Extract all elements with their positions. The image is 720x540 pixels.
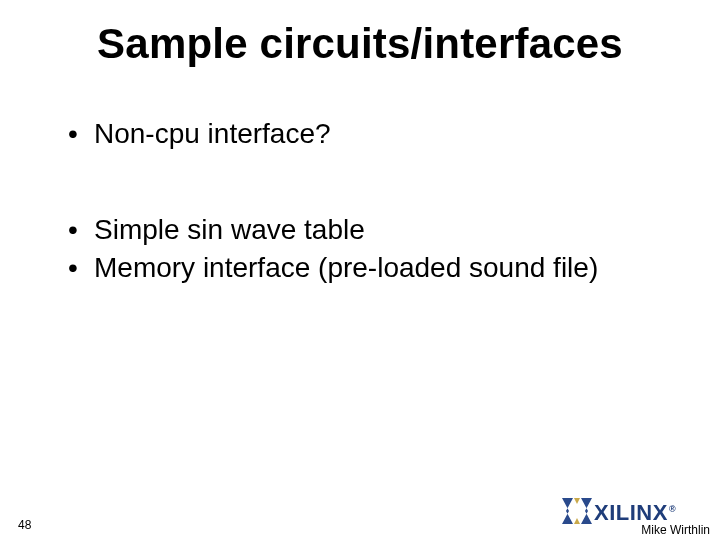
svg-marker-0 [562,498,573,524]
slide-body: Non-cpu interface? Simple sin wave table… [68,118,680,291]
bullet-list-1: Non-cpu interface? [68,118,680,150]
bullet-group-gap [68,156,680,214]
bullet-item: Memory interface (pre-loaded sound file) [68,252,680,284]
bullet-item: Non-cpu interface? [68,118,680,150]
page-number: 48 [18,518,31,532]
xilinx-logo: XILINX® [562,498,712,524]
author-name: Mike Wirthlin [641,523,710,537]
xilinx-logo-text: XILINX® [594,496,676,526]
bullet-item: Simple sin wave table [68,214,680,246]
svg-marker-1 [581,498,592,524]
bullet-list-2: Simple sin wave table Memory interface (… [68,214,680,284]
svg-marker-2 [574,498,580,504]
registered-mark: ® [669,504,676,514]
slide: Sample circuits/interfaces Non-cpu inter… [0,0,720,540]
svg-marker-3 [574,518,580,524]
slide-title: Sample circuits/interfaces [0,20,720,68]
slide-footer: 48 XILINX® Mike Wirthlin [0,494,720,540]
logo-wordmark: XILINX [594,500,668,525]
xilinx-logo-icon [562,498,592,524]
